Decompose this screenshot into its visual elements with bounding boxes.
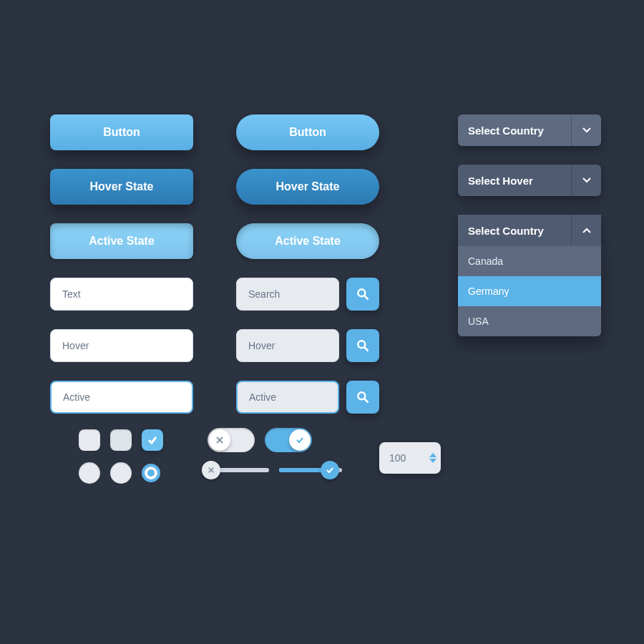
button-active-pill[interactable]: Active State — [236, 223, 379, 259]
select-dropdown: Canada Germany USA — [458, 246, 601, 336]
button-label: Hover State — [276, 180, 340, 193]
text-input-active[interactable]: Active — [50, 381, 193, 414]
search-icon — [356, 390, 370, 404]
select-label: Select Country — [458, 215, 571, 246]
button-normal-pill[interactable]: Button — [236, 114, 379, 150]
select-label: Select Country — [458, 114, 571, 146]
check-icon — [326, 466, 334, 474]
number-spinner[interactable]: 100 — [379, 442, 441, 474]
button-active-rect[interactable]: Active State — [50, 223, 193, 259]
search-input[interactable]: Search — [236, 278, 339, 311]
slider-thumb[interactable] — [321, 461, 339, 479]
search-button[interactable] — [346, 329, 379, 362]
radio-checked[interactable] — [142, 464, 160, 482]
input-placeholder: Text — [62, 288, 81, 300]
select-label: Select Hover — [458, 165, 571, 196]
spinner-up-icon[interactable] — [429, 453, 436, 457]
select-caret[interactable] — [571, 114, 601, 146]
chevron-down-icon — [582, 127, 591, 133]
select-open[interactable]: Select Country — [458, 215, 601, 246]
toggle-off[interactable] — [208, 428, 255, 452]
svg-line-3 — [365, 348, 369, 351]
toggle-knob — [209, 429, 230, 451]
svg-line-5 — [365, 399, 369, 403]
toggle-knob — [289, 429, 311, 451]
button-label: Button — [289, 126, 326, 139]
x-icon — [208, 467, 215, 474]
slider-default[interactable] — [206, 468, 269, 472]
select-option[interactable]: Canada — [458, 246, 601, 276]
text-input-hover[interactable]: Hover — [50, 329, 193, 362]
radio[interactable] — [79, 462, 100, 484]
check-icon — [147, 434, 158, 446]
slider-thumb[interactable] — [202, 461, 220, 479]
chevron-down-icon — [582, 177, 591, 183]
search-input-hover[interactable]: Hover — [236, 329, 339, 362]
x-icon — [215, 436, 224, 444]
chevron-up-icon — [582, 228, 591, 233]
input-placeholder: Active — [63, 391, 90, 403]
input-placeholder: Hover — [248, 340, 275, 351]
text-input[interactable]: Text — [50, 278, 193, 311]
search-icon — [356, 287, 370, 301]
button-hover-pill[interactable]: Hover State — [236, 169, 379, 205]
check-icon — [296, 436, 304, 444]
svg-point-0 — [358, 289, 365, 296]
button-hover-rect[interactable]: Hover State — [50, 169, 193, 205]
search-input-active[interactable]: Active — [236, 381, 339, 414]
spinner-value: 100 — [389, 452, 406, 464]
checkbox-checked[interactable] — [142, 429, 163, 451]
checkbox[interactable] — [79, 429, 100, 451]
search-button[interactable] — [346, 381, 379, 414]
button-label: Hover State — [90, 180, 154, 193]
button-label: Active State — [89, 235, 155, 248]
svg-line-1 — [365, 296, 369, 300]
spinner-down-icon[interactable] — [429, 459, 436, 463]
input-placeholder: Hover — [62, 340, 89, 351]
radio-hover[interactable] — [110, 462, 132, 484]
toggle-on[interactable] — [265, 428, 312, 452]
checkbox-hover[interactable] — [110, 429, 132, 451]
svg-point-2 — [358, 341, 365, 348]
input-placeholder: Active — [249, 391, 276, 403]
button-normal-rect[interactable]: Button — [50, 114, 193, 150]
select-caret[interactable] — [571, 165, 601, 196]
select-option-selected[interactable]: Germany — [458, 276, 601, 306]
select-option[interactable]: USA — [458, 306, 601, 336]
button-label: Button — [103, 126, 140, 139]
select-country[interactable]: Select Country — [458, 114, 601, 146]
select-hover[interactable]: Select Hover — [458, 165, 601, 196]
slider-active[interactable] — [279, 468, 342, 472]
input-placeholder: Search — [248, 288, 280, 300]
svg-point-4 — [358, 392, 365, 399]
select-caret[interactable] — [571, 215, 601, 246]
button-label: Active State — [275, 235, 341, 248]
search-icon — [356, 338, 370, 353]
search-button[interactable] — [346, 278, 379, 311]
